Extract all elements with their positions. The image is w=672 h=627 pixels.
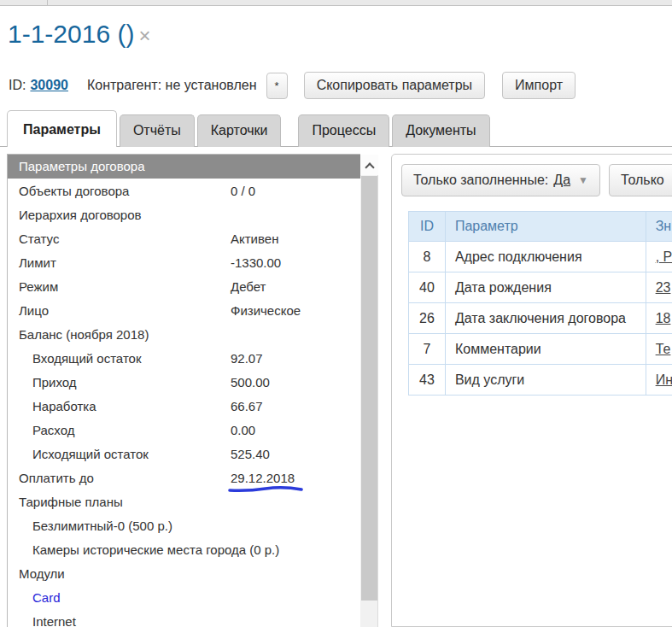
- import-button[interactable]: Импорт: [502, 72, 576, 99]
- param-label: Камеры исторические места города (0 р.): [32, 537, 279, 562]
- left-panel-scrollbar[interactable]: [360, 155, 378, 627]
- param-value: 525.40: [231, 442, 270, 466]
- table-row[interactable]: 43Вид услугиИн: [409, 365, 672, 396]
- column-header[interactable]: Зн: [646, 212, 672, 242]
- param-value: 66.67: [231, 394, 263, 419]
- list-item[interactable]: Входящий остаток92.07: [8, 346, 360, 370]
- param-label: Лимит: [19, 250, 56, 275]
- param-label: Наработка: [32, 394, 96, 419]
- scroll-up-button[interactable]: [360, 155, 378, 175]
- param-value-cell: 23: [646, 272, 672, 303]
- param-label: Режим: [19, 274, 58, 299]
- param-label: Иерархия договоров: [19, 202, 142, 227]
- page-title: 1-1-2016 ()×: [8, 20, 150, 49]
- param-label: Входящий остаток: [32, 346, 142, 371]
- table-row[interactable]: 40Дата рождения23: [409, 272, 672, 303]
- list-item[interactable]: Иерархия договоров: [8, 202, 360, 226]
- counterparty-label: Контрагент: не установлен: [87, 78, 257, 93]
- contract-params-panel: Параметры договора Объекты договора0 / 0…: [7, 154, 360, 627]
- list-item[interactable]: Приход500.00: [8, 370, 360, 394]
- param-name-cell: Дата заключения договора: [445, 303, 646, 334]
- tab-1[interactable]: Параметры: [7, 110, 117, 147]
- id-label: ID:: [9, 78, 26, 93]
- param-name-cell: Вид услуги: [445, 365, 646, 396]
- param-value-link[interactable]: Те: [656, 342, 671, 356]
- param-name-cell: Дата рождения: [445, 272, 646, 303]
- list-item[interactable]: Безлимитный-0 (500 р.): [8, 513, 360, 537]
- tab-3[interactable]: Карточки: [197, 114, 282, 147]
- only-filled-dropdown[interactable]: Только заполненные: Да ▼: [401, 164, 600, 196]
- outer-tabbar-edge: [0, 0, 672, 6]
- param-label: Оплатить до: [19, 466, 94, 490]
- chevron-up-icon: [365, 162, 374, 172]
- list-item[interactable]: Лимит-1330.00: [8, 250, 360, 274]
- param-label: Internet: [32, 609, 76, 627]
- param-label: Объекты договора: [19, 179, 129, 203]
- list-item[interactable]: Расход0.00: [8, 418, 360, 442]
- param-value: 500.00: [231, 370, 270, 395]
- param-label: Расход: [32, 418, 74, 442]
- param-id-cell: 7: [409, 334, 446, 365]
- param-name-cell: Адрес подключения: [445, 242, 646, 272]
- table-header-row: IDПараметрЗн: [409, 212, 672, 242]
- param-value: -1330.00: [231, 250, 281, 275]
- list-item[interactable]: Оплатить до29.12.2018: [8, 466, 360, 489]
- contract-title: 1-1-2016 (): [8, 20, 134, 48]
- param-value-link[interactable]: , Р: [656, 249, 672, 264]
- only-filled-value: Да: [553, 173, 570, 188]
- contract-params-list: Объекты договора0 / 0Иерархия договоровС…: [8, 179, 360, 627]
- list-item[interactable]: Тарифные планы: [8, 489, 360, 513]
- list-item[interactable]: Card: [8, 585, 360, 609]
- list-item[interactable]: Наработка66.67: [8, 394, 360, 418]
- param-id-cell: 8: [409, 242, 446, 272]
- outer-tab-divider: [47, 0, 48, 6]
- param-label: Модули: [19, 561, 65, 586]
- tab-5[interactable]: Документы: [392, 114, 489, 147]
- param-label: Лицо: [19, 298, 49, 323]
- param-label: Приход: [32, 370, 77, 395]
- param-value-link[interactable]: 23: [656, 280, 671, 295]
- list-item[interactable]: Internet: [8, 609, 360, 627]
- star-button[interactable]: *: [266, 73, 288, 99]
- table-row[interactable]: 26Дата заключения договора18: [409, 303, 672, 334]
- param-label: Исходящий остаток: [32, 442, 149, 466]
- tab-2[interactable]: Отчёты: [120, 114, 195, 147]
- close-icon[interactable]: ×: [138, 24, 150, 47]
- list-item[interactable]: Камеры исторические места города (0 р.): [8, 537, 360, 561]
- param-value: 0 / 0: [231, 179, 255, 203]
- parameters-values-panel: Только заполненные: Да ▼ Только IDПараме…: [391, 154, 672, 627]
- table-row[interactable]: 8Адрес подключения, Р: [409, 242, 672, 272]
- param-value: 92.07: [231, 346, 263, 371]
- column-header[interactable]: ID: [409, 212, 446, 242]
- list-item[interactable]: Объекты договора0 / 0: [8, 179, 360, 202]
- param-id-cell: 40: [409, 272, 446, 303]
- contract-id-link[interactable]: 30090: [30, 78, 68, 93]
- copy-params-button[interactable]: Скопировать параметры: [304, 72, 485, 99]
- module-link[interactable]: Card: [32, 585, 61, 610]
- param-value: 0.00: [231, 418, 255, 442]
- param-value-cell: Те: [646, 334, 672, 365]
- only-filled-label: Только заполненные:: [413, 173, 548, 188]
- param-value-cell: 18: [646, 303, 672, 334]
- param-value-link[interactable]: 18: [656, 311, 671, 325]
- scrollbar-thumb[interactable]: [361, 176, 377, 601]
- list-item[interactable]: Модули: [8, 561, 360, 585]
- param-name-cell: Комментарии: [445, 334, 646, 365]
- param-label: Безлимитный-0 (500 р.): [32, 513, 172, 538]
- list-header-contract-params[interactable]: Параметры договора: [8, 155, 360, 179]
- param-id-cell: 26: [409, 303, 446, 334]
- param-label: Статус: [19, 226, 59, 251]
- list-item[interactable]: РежимДебет: [8, 274, 360, 298]
- list-item[interactable]: СтатусАктивен: [8, 226, 360, 250]
- list-item[interactable]: Исходящий остаток525.40: [8, 442, 360, 466]
- list-item[interactable]: ЛицоФизическое: [8, 298, 360, 322]
- tab-4[interactable]: Процессы: [298, 114, 389, 147]
- tab-bar: ПараметрыОтчётыКарточкиПроцессыДокументы: [7, 108, 493, 147]
- column-header[interactable]: Параметр: [445, 212, 646, 242]
- param-value-link[interactable]: Ин: [656, 372, 672, 387]
- table-row[interactable]: 7КомментарииТе: [409, 334, 672, 365]
- second-filter-button[interactable]: Только: [609, 164, 672, 196]
- param-id-cell: 43: [409, 365, 446, 396]
- filter-buttons-row: Только заполненные: Да ▼ Только: [401, 164, 672, 196]
- list-item[interactable]: Баланс (ноября 2018): [8, 322, 360, 346]
